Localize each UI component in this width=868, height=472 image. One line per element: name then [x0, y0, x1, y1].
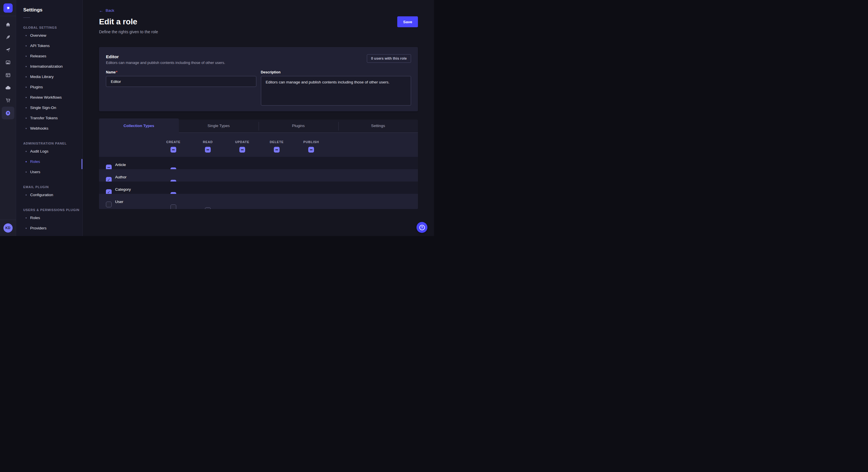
- tab-single-types[interactable]: Single Types: [179, 119, 259, 133]
- description-textarea[interactable]: Editors can manage and publish contents …: [261, 76, 411, 105]
- bullet-icon: [26, 117, 27, 119]
- sidebar-item-label: Audit Logs: [30, 149, 49, 154]
- sidebar-item-roles[interactable]: Roles: [23, 157, 82, 167]
- perm-column-delete: DELETE: [265, 133, 288, 160]
- subnav-divider: [23, 18, 30, 18]
- sidebar-item-webhooks[interactable]: Webhooks: [23, 123, 82, 134]
- question-mark-icon: ?: [420, 225, 425, 230]
- sidebar-item-label: Media Library: [30, 74, 54, 79]
- bullet-icon: [26, 151, 27, 152]
- tab-collection-types[interactable]: Collection Types: [99, 119, 179, 133]
- bullet-icon: [26, 66, 27, 67]
- layout-icon[interactable]: [2, 69, 14, 81]
- sidebar-item-single-sign-on[interactable]: Single Sign-On: [23, 103, 82, 113]
- bullet-icon: [26, 87, 27, 88]
- user-avatar[interactable]: KD: [3, 224, 12, 233]
- sidebar-item-api-tokens[interactable]: API Tokens: [23, 41, 82, 51]
- perm-checkbox-user-create[interactable]: [170, 204, 176, 209]
- permissions-panel: Collection TypesSingle TypesPluginsSetti…: [99, 119, 418, 221]
- subnav-sections: GLOBAL SETTINGSOverviewAPI TokensRelease…: [23, 25, 82, 233]
- sidebar-item-overview[interactable]: Overview: [23, 30, 82, 41]
- sidebar-item-audit-logs[interactable]: Audit Logs: [23, 146, 82, 157]
- row-label-author: Author: [115, 175, 127, 179]
- permissions-table-header: CREATEREADUPDATEDELETEPUBLISH: [99, 133, 418, 160]
- perm-column-publish: PUBLISH: [300, 133, 322, 160]
- bullet-icon: [26, 128, 27, 129]
- sidebar-item-label: Transfer Tokens: [30, 116, 58, 121]
- sidebar-section-label-users-permissions-plugin: USERS & PERMISSIONS PLUGIN: [23, 208, 82, 212]
- sidebar-item-review-workflows[interactable]: Review Workflows: [23, 92, 82, 103]
- sidebar-item-label: Releases: [30, 54, 46, 59]
- description-field-group: Description Editors can manage and publi…: [261, 70, 411, 107]
- sidebar-item-label: Webhooks: [30, 126, 49, 131]
- tab-settings[interactable]: Settings: [338, 119, 418, 133]
- sidebar-section-label-administration-panel: ADMINISTRATION PANEL: [23, 141, 82, 146]
- sidebar-item-users[interactable]: Users: [23, 167, 82, 177]
- sidebar-item-label: API Tokens: [30, 43, 50, 48]
- bullet-icon: [26, 45, 27, 46]
- sidebar-item-internationalization[interactable]: Internationalization: [23, 61, 82, 72]
- sidebar-item-transfer-tokens[interactable]: Transfer Tokens: [23, 113, 82, 123]
- subnav-title: Settings: [23, 7, 82, 13]
- perm-checkbox-all-read[interactable]: [205, 147, 211, 153]
- name-field-label: Name*: [106, 70, 256, 74]
- sidebar-item-label: Internationalization: [30, 64, 63, 69]
- perm-column-create: CREATE: [162, 133, 185, 160]
- perm-column-label: PUBLISH: [303, 140, 319, 144]
- sidebar-section-label-email-plugin: EMAIL PLUGIN: [23, 185, 82, 189]
- perm-checkbox-user-read[interactable]: [205, 207, 211, 209]
- sidebar-item-providers[interactable]: Providers: [23, 223, 82, 233]
- required-asterisk: *: [116, 70, 117, 74]
- perm-column-label: READ: [203, 140, 213, 144]
- sidebar-item-label: Plugins: [30, 85, 43, 90]
- permissions-table-rows: ArticleAuthorCategoryUser: [99, 157, 418, 209]
- sidebar-item-media-library[interactable]: Media Library: [23, 72, 82, 82]
- cloud-icon[interactable]: [2, 81, 14, 94]
- perm-column-label: CREATE: [166, 140, 181, 144]
- perm-checkbox-all-publish[interactable]: [308, 147, 314, 153]
- permissions-tabs: Collection TypesSingle TypesPluginsSetti…: [99, 119, 418, 133]
- bullet-icon: [26, 35, 27, 36]
- active-item-indicator: [82, 159, 82, 169]
- perm-checkbox-all-update[interactable]: [239, 147, 245, 153]
- perm-checkbox-all-create[interactable]: [170, 147, 176, 153]
- sidebar-item-label: Providers: [30, 226, 46, 231]
- perm-column-update: UPDATE: [231, 133, 254, 160]
- bullet-icon: [26, 171, 27, 173]
- name-input[interactable]: [106, 76, 256, 87]
- role-name-heading: Editor: [106, 54, 411, 59]
- perm-checkbox-all-delete[interactable]: [274, 147, 280, 153]
- back-link[interactable]: ← Back: [99, 8, 114, 13]
- row-label-article: Article: [115, 162, 126, 167]
- perm-column-label: UPDATE: [235, 140, 249, 144]
- permissions-table: CREATEREADUPDATEDELETEPUBLISH ArticleAut…: [99, 133, 418, 209]
- tab-plugins[interactable]: Plugins: [259, 119, 338, 133]
- sidebar-item-label: Single Sign-On: [30, 105, 56, 110]
- help-button[interactable]: ?: [416, 222, 427, 233]
- sidebar-item-configuration[interactable]: Configuration: [23, 190, 82, 200]
- shopping-cart-icon[interactable]: [2, 94, 14, 107]
- perm-checkbox-user-all[interactable]: [106, 202, 112, 207]
- paper-plane-icon[interactable]: [2, 43, 14, 56]
- back-label: Back: [105, 8, 114, 13]
- role-description-text: Editors can manage and publish contents …: [106, 61, 411, 65]
- page-title: Edit a role: [99, 17, 137, 27]
- table-row-user: User: [99, 194, 418, 209]
- name-field-group: Name*: [106, 70, 256, 107]
- home-icon[interactable]: [2, 19, 14, 31]
- sidebar-item-label: Roles: [30, 216, 40, 220]
- sidebar-item-roles[interactable]: Roles: [23, 213, 82, 223]
- media-library-icon[interactable]: [2, 56, 14, 69]
- sidebar-item-plugins[interactable]: Plugins: [23, 82, 82, 92]
- bullet-icon: [26, 228, 27, 229]
- sidebar-item-label: Users: [30, 170, 40, 174]
- save-button[interactable]: Save: [397, 16, 418, 27]
- users-with-role-badge[interactable]: 0 users with this role: [367, 54, 411, 63]
- perm-column-read: READ: [196, 133, 219, 160]
- settings-gear-icon[interactable]: [2, 107, 14, 119]
- feather-icon[interactable]: [2, 31, 14, 43]
- strapi-logo-icon[interactable]: [3, 3, 12, 12]
- row-label-category: Category: [115, 187, 131, 191]
- bullet-icon: [26, 161, 27, 162]
- sidebar-item-releases[interactable]: Releases: [23, 51, 82, 61]
